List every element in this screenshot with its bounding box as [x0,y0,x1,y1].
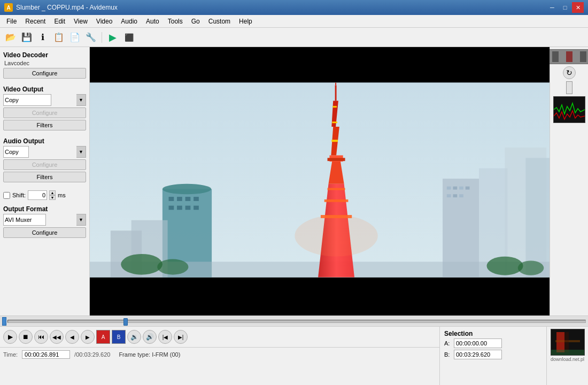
app-icon: A [4,3,13,12]
status-bar: Time: /00:03:29.620 Frame type: I-FRM (0… [0,347,439,361]
svg-rect-14 [459,194,463,197]
svg-point-44 [157,259,188,275]
audio-output-section: Audio Output Copy AAC MP3 AC3 ▼ Configur… [3,137,86,184]
bottom-inner: ▶ ⏹ ⏮ ◀◀ ◀ ▶ A B 🔉 🔊 |◀ ▶| Time: [0,316,588,385]
right-panel: ↻ [550,47,588,315]
audio-output-select[interactable]: Copy AAC MP3 AC3 [3,146,29,158]
watermark-label: download.net.pl [551,357,584,362]
properties-button[interactable]: 🔧 [83,30,98,45]
output-format-select[interactable]: AVI Muxer MP4 Muxer MKV Muxer [3,214,46,226]
shift-section: Shift: ▲ ▼ ms [3,189,86,200]
refresh-button[interactable]: ↻ [563,66,576,79]
audio-output-filters-button[interactable]: Filters [3,172,86,182]
menu-go[interactable]: Go [187,17,204,26]
step-fwd-button[interactable]: ▶ [81,330,95,344]
audio-output-title: Audio Output [3,137,86,145]
rewind-button[interactable]: ⏮ [34,330,48,344]
svg-rect-1 [90,278,550,309]
step-back-button[interactable]: ◀ [65,330,79,344]
source-button[interactable]: 📋 [51,30,66,45]
timeline-marker[interactable] [2,317,6,326]
save-button[interactable]: 💾 [19,30,34,45]
selection-b-row: B: [444,350,542,359]
vol-segment-2 [566,51,572,62]
selection-a-input[interactable] [454,338,502,348]
svg-rect-52 [551,350,584,355]
video-decoder-configure-button[interactable]: Configure [3,68,86,79]
waveform-svg [554,97,585,122]
frame-type: Frame type: I-FRM (00) [119,351,180,358]
menu-help[interactable]: Help [235,17,257,26]
playback-row: ▶ ⏹ ⏮ ◀◀ ◀ ▶ A B 🔉 🔊 |◀ ▶| [0,327,439,347]
prev-frame-button[interactable]: ◀◀ [50,330,64,344]
window-title: Slumber _ COPPU.mp4 - Avidemux [16,4,118,11]
menu-view[interactable]: View [69,17,92,26]
shift-up-button[interactable]: ▲ [49,190,56,195]
svg-rect-11 [466,187,470,190]
svg-rect-18 [177,197,182,201]
timeline-track[interactable] [7,320,586,323]
svg-rect-37 [331,140,338,142]
shift-input[interactable] [28,190,47,200]
time-total: /00:03:29.620 [74,351,110,358]
controls-left: ▶ ⏹ ⏮ ◀◀ ◀ ▶ A B 🔉 🔊 |◀ ▶| Time: [0,327,439,385]
close-button[interactable]: ✕ [572,2,584,13]
output-format-dropdown-wrapper: AVI Muxer MP4 Muxer MKV Muxer ▼ [3,214,86,226]
shift-spinner: ▲ ▼ [49,190,56,200]
play-button[interactable]: ▶ [3,330,17,344]
svg-rect-23 [185,206,191,210]
audio-output-dropdown-wrapper: Copy AAC MP3 AC3 ▼ [3,146,86,158]
go-b-button[interactable]: ▶| [174,330,188,344]
video-decoder-section: Video Decoder Lavcodec Configure [3,51,86,80]
svg-rect-9 [453,187,457,190]
svg-rect-12 [447,194,451,197]
output-format-configure-button[interactable]: Configure [3,227,86,238]
vol-down-button[interactable]: 🔉 [127,330,141,344]
vol-up-button[interactable]: 🔊 [143,330,157,344]
info-button[interactable]: ℹ [35,30,50,45]
selection-b-input[interactable] [454,350,502,359]
dest-button[interactable]: 📄 [67,30,82,45]
thumbnail-svg [551,329,584,355]
menu-edit[interactable]: Edit [50,17,69,26]
main-content: Video Decoder Lavcodec Configure Video O… [0,47,588,315]
video-output-filters-button[interactable]: Filters [3,120,86,130]
svg-rect-6 [525,158,550,277]
timeline-thumb[interactable] [123,318,128,326]
minimize-button[interactable]: ─ [546,2,558,13]
mark-b-button[interactable]: B [112,330,126,344]
controls-selection-row: ▶ ⏹ ⏮ ◀◀ ◀ ▶ A B 🔉 🔊 |◀ ▶| Time: [0,327,588,385]
audio-output-arrow-icon: ▼ [76,146,86,158]
mark-a-button[interactable]: A [96,330,110,344]
svg-rect-21 [169,206,174,210]
menu-custom[interactable]: Custom [204,17,235,26]
menu-tools[interactable]: Tools [164,17,187,26]
svg-rect-39 [332,106,337,107]
go-a-button[interactable]: |◀ [158,330,172,344]
output-format-arrow-icon: ▼ [76,214,86,226]
selection-a-label: A: [444,340,452,346]
menu-recent[interactable]: Recent [21,17,50,26]
menu-auto[interactable]: Auto [142,17,164,26]
svg-rect-38 [332,121,337,123]
restore-button[interactable]: □ [559,2,571,13]
open-button[interactable]: 📂 [3,30,18,45]
video-output-select[interactable]: Copy MPEG-4 AVC MPEG-4 ASP FFV1 [3,94,51,106]
encode-button[interactable]: ▶ [105,30,120,45]
svg-rect-13 [453,194,457,197]
menu-audio[interactable]: Audio [117,17,142,26]
menu-video[interactable]: Video [92,17,117,26]
stop-button[interactable]: ⏹ [19,330,33,344]
volume-bar-display [548,49,589,64]
svg-rect-22 [177,206,182,210]
shift-checkbox[interactable] [3,192,10,199]
timeline-row [0,316,588,327]
stop-encode-button[interactable]: ⬛ [121,30,136,45]
menu-file[interactable]: File [2,17,21,26]
svg-rect-0 [90,54,550,82]
shift-down-button[interactable]: ▼ [49,195,56,200]
video-output-configure-button[interactable]: Configure [3,107,86,118]
audio-output-configure-button[interactable]: Configure [3,159,86,170]
svg-point-45 [487,257,523,275]
time-current-input[interactable] [22,350,70,359]
